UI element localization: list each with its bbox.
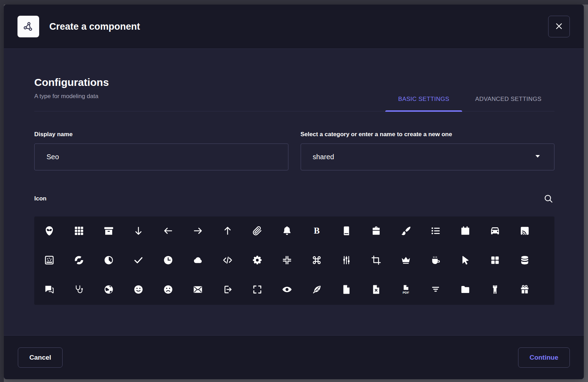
page-backdrop: { "modal": { "header": { "title": "Creat… [0, 0, 588, 382]
icon-option-exit[interactable] [217, 279, 238, 301]
icon-option-chart-circle[interactable] [68, 250, 90, 272]
icon-option-cloud[interactable] [187, 250, 209, 272]
icon-option-crown[interactable] [395, 250, 417, 272]
cup-icon [430, 255, 441, 266]
cast-icon [519, 226, 530, 237]
icon-option-calendar[interactable] [454, 221, 476, 242]
icon-option-emotion-happy[interactable] [128, 279, 149, 301]
create-component-dialog: Create a component Configurations A type… [4, 5, 584, 379]
icon-option-file-pdf[interactable]: PDF [395, 279, 417, 301]
gift-icon [519, 284, 530, 296]
cursor-icon [460, 255, 471, 266]
alien-icon [44, 226, 55, 237]
cloud-icon [193, 255, 203, 266]
icon-option-arrow-down[interactable] [128, 221, 149, 242]
icon-option-book[interactable] [336, 221, 357, 242]
icon-option-eye[interactable] [276, 279, 298, 301]
emotion-happy-icon [133, 284, 144, 296]
dialog-footer: Cancel Continue [4, 335, 584, 379]
file-pdf-icon: PDF [401, 284, 411, 296]
icon-option-chart-bubble[interactable] [38, 250, 60, 272]
car-icon [490, 226, 500, 237]
tab-advanced-settings[interactable]: ADVANCED SETTINGS [462, 96, 554, 111]
command-icon [311, 255, 322, 266]
icon-option-bullet-list[interactable] [425, 221, 446, 242]
cog-icon [252, 255, 263, 266]
icon-option-attachment[interactable] [246, 221, 268, 242]
icon-option-envelop[interactable] [187, 279, 209, 301]
filter-icon [430, 284, 441, 296]
icon-option-arrow-left[interactable] [157, 221, 179, 242]
exit-icon [222, 284, 233, 296]
chart-circle-icon [74, 255, 84, 266]
icon-option-collapse[interactable] [276, 250, 298, 272]
icon-option-car[interactable] [484, 221, 506, 242]
icon-option-arrow-right[interactable] [187, 221, 209, 242]
icon-option-dashboard[interactable] [484, 250, 506, 272]
display-name-input[interactable]: Seo [34, 144, 288, 170]
icon-grid: BPDF [34, 216, 554, 305]
icon-option-console[interactable] [336, 250, 357, 272]
svg-text:B: B [314, 226, 320, 235]
icon-option-fort[interactable] [484, 279, 506, 301]
arrow-left-icon [163, 226, 173, 237]
clock-icon [163, 255, 173, 266]
close-button[interactable] [548, 16, 570, 37]
icon-option-briefcase[interactable] [365, 221, 387, 242]
icon-option-discuss[interactable] [38, 279, 60, 301]
category-select[interactable]: shared [301, 144, 555, 170]
icon-option-bell[interactable] [276, 221, 298, 242]
icon-option-chart-pie[interactable] [98, 250, 120, 272]
component-icon [17, 16, 39, 37]
icon-option-cursor[interactable] [454, 250, 476, 272]
search-icon[interactable] [543, 193, 554, 205]
icon-option-file-error[interactable] [365, 279, 387, 301]
bullet-list-icon [430, 226, 441, 237]
display-name-label: Display name [34, 131, 288, 138]
icon-option-feather[interactable] [306, 279, 328, 301]
emotion-unhappy-icon [163, 284, 173, 296]
icon-option-cast[interactable] [514, 221, 536, 242]
category-value: shared [313, 153, 334, 161]
doctor-icon [74, 284, 84, 296]
icon-option-filter[interactable] [425, 279, 446, 301]
icon-option-arrow-up[interactable] [217, 221, 238, 242]
icon-option-expand[interactable] [246, 279, 268, 301]
icon-option-doctor[interactable] [68, 279, 90, 301]
icon-option-brush[interactable] [395, 221, 417, 242]
icon-option-code[interactable] [217, 250, 238, 272]
database-icon [519, 255, 530, 266]
icon-option-cog[interactable] [246, 250, 268, 272]
form-row: Display name Seo Select a category or en… [34, 131, 554, 170]
close-icon [554, 21, 564, 32]
bell-icon [282, 226, 292, 237]
cancel-button[interactable]: Cancel [18, 347, 63, 368]
icon-section-header: Icon [34, 193, 554, 205]
fort-icon [490, 284, 500, 296]
icon-option-database[interactable] [514, 250, 536, 272]
console-icon [341, 255, 352, 266]
discuss-icon [44, 284, 55, 296]
archive-icon [103, 226, 114, 237]
continue-button[interactable]: Continue [518, 347, 570, 368]
icon-option-folder[interactable] [454, 279, 476, 301]
icon-option-clock[interactable] [157, 250, 179, 272]
dialog-body: Configurations A type for modeling data … [4, 49, 584, 335]
icon-option-check[interactable] [128, 250, 149, 272]
icon-option-earth[interactable] [98, 279, 120, 301]
apps-icon [74, 226, 84, 237]
icon-option-command[interactable] [306, 250, 328, 272]
dialog-header: Create a component [4, 5, 584, 49]
icon-option-archive[interactable] [98, 221, 120, 242]
icon-option-file[interactable] [336, 279, 357, 301]
eye-icon [282, 284, 292, 296]
icon-option-emotion-unhappy[interactable] [157, 279, 179, 301]
icon-option-alien[interactable] [38, 221, 60, 242]
icon-option-gift[interactable] [514, 279, 536, 301]
icon-option-cup[interactable] [425, 250, 446, 272]
icon-option-crop[interactable] [365, 250, 387, 272]
icon-option-bold[interactable]: B [306, 221, 328, 242]
briefcase-icon [371, 226, 381, 237]
tab-basic-settings[interactable]: BASIC SETTINGS [385, 96, 462, 111]
icon-option-apps[interactable] [68, 221, 90, 242]
